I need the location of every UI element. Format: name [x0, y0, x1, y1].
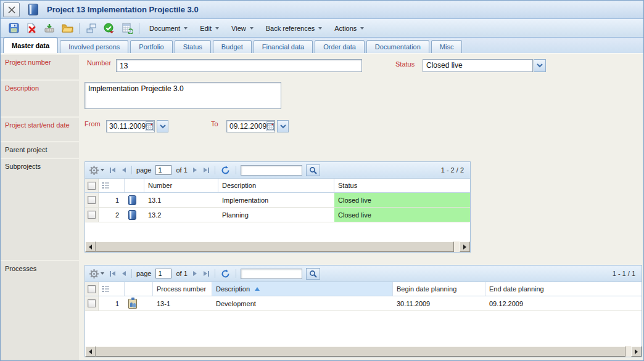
dates-row-label: Project start/end date	[5, 121, 70, 129]
open-folder-button[interactable]	[59, 21, 75, 36]
scrollbar-thumb[interactable]	[96, 346, 625, 357]
scroll-right-button[interactable]	[460, 241, 470, 252]
subprojects-select-all[interactable]	[85, 179, 99, 192]
tab-status[interactable]: Status	[175, 40, 211, 53]
row-label-project-number: Project number	[1, 55, 79, 79]
project-book-icon[interactable]	[128, 210, 136, 220]
tab-documentation[interactable]: Documentation	[366, 40, 429, 53]
processes-search-button[interactable]	[306, 268, 320, 280]
tab-budget[interactable]: Budget	[213, 40, 252, 53]
processes-page-input[interactable]	[155, 269, 171, 278]
save-button[interactable]	[6, 21, 22, 36]
process-clipboard-icon[interactable]	[128, 299, 137, 309]
flowchart-icon	[86, 23, 97, 33]
processes-next-page-button[interactable]	[192, 270, 198, 277]
from-date-field[interactable]: 30.11.2009	[106, 120, 155, 132]
processes-search-input[interactable]	[241, 269, 302, 279]
processes-icon-header[interactable]	[125, 282, 153, 296]
next-page-icon	[193, 168, 197, 172]
tab-portfolio[interactable]: Portfolio	[130, 40, 172, 53]
to-date-dropdown-button[interactable]	[277, 120, 289, 132]
last-page-icon	[204, 271, 207, 276]
subprojects-number-header[interactable]: Number	[144, 179, 218, 192]
tab-misc[interactable]: Misc	[431, 40, 463, 53]
subprojects-range-count: 1 - 2 / 2	[441, 166, 464, 174]
subprojects-last-page-button[interactable]	[202, 166, 210, 174]
project-book-icon[interactable]	[128, 195, 136, 205]
subprojects-refresh-button[interactable]	[220, 164, 231, 176]
chevron-down-icon	[101, 272, 104, 275]
processes-row-1[interactable]: 1 13-1 Development 30.11.2009 09.12.2009	[85, 296, 642, 311]
description-textarea[interactable]: Implementation Projectile 3.0	[85, 82, 281, 109]
menu-actions[interactable]: Actions	[328, 21, 370, 36]
calculate-button[interactable]	[119, 21, 135, 36]
menu-edit[interactable]: Edit	[194, 21, 225, 36]
processes-rownum-header[interactable]	[99, 282, 125, 296]
tab-financial-data[interactable]: Financial data	[254, 40, 313, 53]
subprojects-search-button[interactable]	[306, 164, 320, 176]
close-button[interactable]	[3, 2, 20, 17]
structure-button[interactable]	[83, 21, 99, 36]
processes-number-header[interactable]: Process number	[153, 282, 212, 296]
subprojects-first-page-button[interactable]	[109, 166, 117, 174]
sort-ascending-icon	[255, 287, 260, 291]
tab-involved-persons[interactable]: Involved persons	[60, 40, 128, 53]
to-date-field[interactable]: 09.12.2009	[226, 120, 275, 132]
menu-document[interactable]: Document	[143, 21, 194, 36]
toolbar-separator	[215, 166, 215, 174]
processes-settings-button[interactable]	[89, 269, 104, 278]
subprojects-status-header[interactable]: Status	[334, 179, 470, 192]
subprojects-rownum-header[interactable]	[99, 179, 125, 192]
processes-description-header[interactable]: Description	[212, 282, 393, 296]
scroll-right-button[interactable]	[631, 346, 642, 357]
from-calendar-button[interactable]	[146, 121, 154, 131]
document-book-icon	[28, 4, 38, 15]
processes-description-header-label: Description	[216, 285, 250, 293]
toolbar-separator	[139, 23, 139, 34]
scroll-left-button[interactable]	[85, 241, 96, 252]
subprojects-icon-header[interactable]	[125, 179, 144, 192]
row-checkbox[interactable]	[88, 299, 96, 307]
processes-horizontal-scrollbar	[85, 346, 642, 357]
delete-document-button[interactable]	[23, 21, 39, 36]
subprojects-search-input[interactable]	[241, 165, 302, 176]
subprojects-settings-button[interactable]	[89, 166, 104, 175]
row-index: 1	[99, 193, 125, 207]
status-value[interactable]: Closed live	[423, 59, 533, 72]
processes-refresh-button[interactable]	[220, 268, 231, 280]
scrollbar-track	[96, 241, 460, 252]
menu-view[interactable]: View	[225, 21, 260, 36]
processes-begin-header[interactable]: Begin date planning	[393, 282, 485, 296]
subprojects-description-header[interactable]: Description	[218, 179, 334, 192]
processes-end-header[interactable]: End date planning	[485, 282, 642, 296]
approve-button[interactable]	[101, 21, 117, 36]
processes-last-page-button[interactable]	[202, 270, 210, 278]
scroll-left-button[interactable]	[85, 346, 96, 357]
processes-prev-page-button[interactable]	[121, 270, 127, 277]
subprojects-row-1[interactable]: 1 13.1 Implementation Closed live	[85, 193, 470, 208]
row-checkbox[interactable]	[88, 211, 96, 219]
processes-first-page-button[interactable]	[109, 270, 117, 278]
tab-order-data[interactable]: Order data	[315, 40, 365, 53]
toolbar-separator	[79, 23, 80, 34]
number-input[interactable]	[116, 59, 362, 72]
import-button[interactable]	[41, 21, 57, 36]
status-dropdown-button[interactable]	[534, 59, 546, 72]
processes-select-all[interactable]	[85, 282, 99, 296]
numbered-list-icon	[102, 182, 110, 189]
row-checkbox[interactable]	[88, 196, 96, 204]
subprojects-prev-page-button[interactable]	[121, 166, 127, 174]
processes-table: page of 1	[85, 265, 642, 357]
menu-back-references[interactable]: Back references	[260, 21, 328, 36]
tab-master-data[interactable]: Master data	[3, 38, 58, 53]
subprojects-next-page-button[interactable]	[192, 166, 198, 174]
subprojects-page-input[interactable]	[155, 165, 171, 175]
from-date-dropdown-button[interactable]	[157, 120, 168, 132]
subprojects-row-label: Subprojects	[5, 163, 41, 170]
menu-document-label: Document	[149, 25, 180, 32]
to-calendar-button[interactable]	[266, 121, 275, 131]
scroll-left-icon	[89, 349, 92, 354]
scrollbar-thumb[interactable]	[96, 241, 454, 252]
subprojects-row-2[interactable]: 2 13.2 Planning Closed live	[85, 208, 470, 222]
row-label-dates: Project start/end date	[1, 118, 79, 141]
